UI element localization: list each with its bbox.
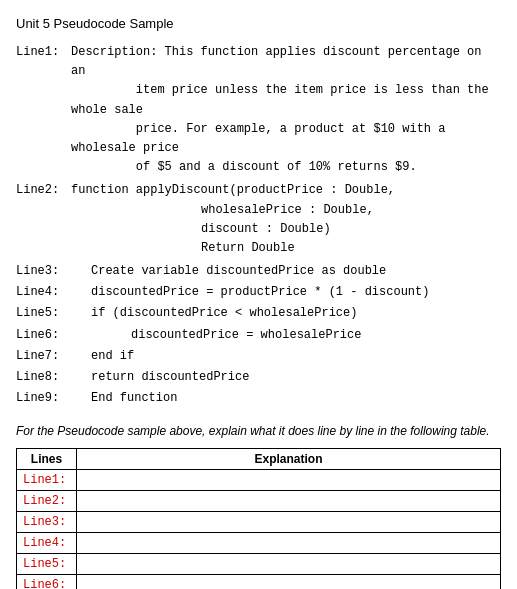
col-explanation-header: Explanation (77, 449, 501, 470)
line-label-6: Line6: (16, 326, 71, 345)
line-label-7: Line7: (16, 347, 71, 366)
table-header: Lines Explanation (17, 449, 501, 470)
line-content-1: Description: This function applies disco… (71, 43, 501, 177)
table-row-explanation[interactable] (77, 470, 501, 491)
table-row: Line4: (17, 533, 501, 554)
table-row-line-label: Line4: (17, 533, 77, 554)
table-row-explanation[interactable] (77, 575, 501, 589)
line-content-5: if (discountedPrice < wholesalePrice) (71, 304, 501, 323)
table-row-explanation[interactable] (77, 491, 501, 512)
code-line-8: Line8: return discountedPrice (16, 368, 501, 387)
line-label-5: Line5: (16, 304, 71, 323)
line-content-4: discountedPrice = productPrice * (1 - di… (71, 283, 501, 302)
code-line-9: Line9: End function (16, 389, 501, 408)
instruction: For the Pseudocode sample above, explain… (16, 424, 501, 438)
line-label-4: Line4: (16, 283, 71, 302)
table-row-line-label: Line1: (17, 470, 77, 491)
table-row-explanation[interactable] (77, 533, 501, 554)
line-content-6: discountedPrice = wholesalePrice (71, 326, 501, 345)
code-line-6: Line6: discountedPrice = wholesalePrice (16, 326, 501, 345)
table-row-explanation[interactable] (77, 554, 501, 575)
code-line-3: Line3: Create variable discountedPrice a… (16, 262, 501, 281)
code-line-7: Line7: end if (16, 347, 501, 366)
line-content-7: end if (71, 347, 501, 366)
code-line-5: Line5: if (discountedPrice < wholesalePr… (16, 304, 501, 323)
line-content-9: End function (71, 389, 501, 408)
page-title: Unit 5 Pseudocode Sample (16, 16, 501, 31)
code-line-1: Line1: Description: This function applie… (16, 43, 501, 177)
table-row-line-label: Line3: (17, 512, 77, 533)
table-row: Line3: (17, 512, 501, 533)
table-row-line-label: Line5: (17, 554, 77, 575)
table-row: Line6: (17, 575, 501, 589)
table-row-line-label: Line2: (17, 491, 77, 512)
line-label-3: Line3: (16, 262, 71, 281)
line-content-3: Create variable discountedPrice as doubl… (71, 262, 501, 281)
table-row-line-label: Line6: (17, 575, 77, 589)
line-label-2: Line2: (16, 181, 71, 200)
table-row: Line5: (17, 554, 501, 575)
line-label-9: Line9: (16, 389, 71, 408)
code-line-2: Line2: function applyDiscount(productPri… (16, 181, 501, 258)
table-row: Line1: (17, 470, 501, 491)
pseudocode-block: Line1: Description: This function applie… (16, 43, 501, 408)
table-row-explanation[interactable] (77, 512, 501, 533)
explanation-table: Lines Explanation Line1:Line2:Line3:Line… (16, 448, 501, 589)
line-content-2: function applyDiscount(productPrice : Do… (71, 181, 501, 258)
col-lines-header: Lines (17, 449, 77, 470)
line-label-1: Line1: (16, 43, 71, 62)
code-line-4: Line4: discountedPrice = productPrice * … (16, 283, 501, 302)
line-label-8: Line8: (16, 368, 71, 387)
table-row: Line2: (17, 491, 501, 512)
line-content-8: return discountedPrice (71, 368, 501, 387)
